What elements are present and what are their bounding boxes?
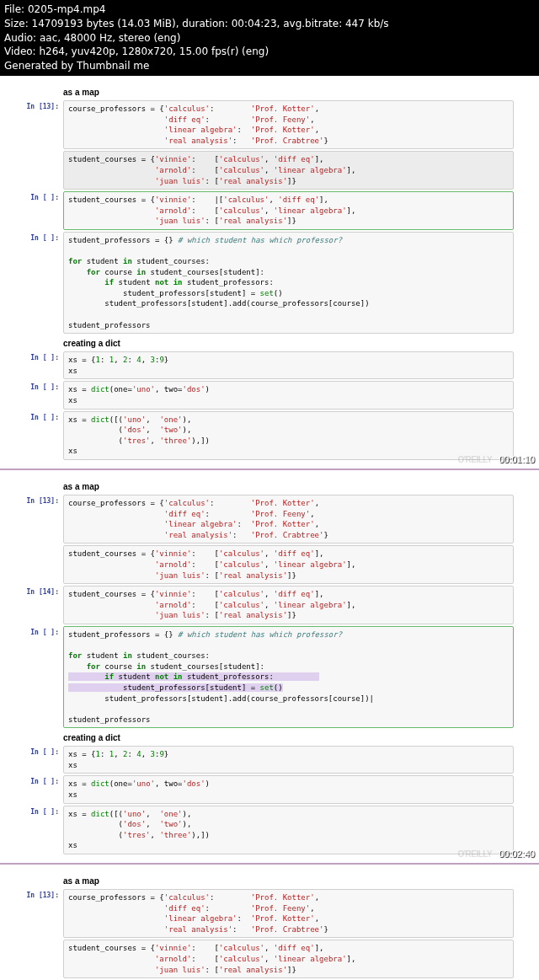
prompt: In [ ]:	[25, 411, 63, 460]
video-line: Video: h264, yuv420p, 1280x720, 15.00 fp…	[4, 45, 535, 59]
code-cell[interactable]: In [13]: course_professors = {'calculus'…	[25, 889, 514, 938]
watermark: O'REILLY00:01:10	[457, 454, 535, 464]
thumbnail-frame-1: as a map In [13]: course_professors = {'…	[0, 76, 539, 470]
prompt: In [ ]:	[25, 775, 63, 803]
size-line: Size: 14709193 bytes (14.03 MiB), durati…	[4, 17, 535, 31]
code-input[interactable]: course_professors = {'calculus': 'Prof. …	[63, 889, 514, 938]
code-input[interactable]: xs = {1: 1, 2: 4, 3:9} xs	[63, 746, 514, 774]
code-cell[interactable]: In [13]: course_professors = {'calculus'…	[25, 100, 514, 149]
timestamp: 00:02:40	[499, 849, 535, 859]
code-cell[interactable]: In [14]: student_courses = {'vinnie': ['…	[25, 586, 514, 624]
prompt: In [ ]:	[25, 626, 63, 728]
prompt: In [ ]:	[25, 351, 63, 379]
code-cell[interactable]: In [ ]: xs = {1: 1, 2: 4, 3:9} xs	[25, 746, 514, 774]
code-cell[interactable]: In [13]: course_professors = {'calculus'…	[25, 495, 514, 544]
file-line: File: 0205-mp4.mp4	[4, 3, 535, 17]
prompt: In [ ]:	[25, 746, 63, 774]
code-cell[interactable]: In [ ]: xs = dict(one='uno', two='dos') …	[25, 381, 514, 409]
code-input[interactable]: xs = dict([('uno', 'one'), ('dos', 'two'…	[63, 806, 514, 854]
prompt	[25, 151, 63, 190]
section-title: as a map	[63, 88, 539, 97]
prompt: In [13]:	[25, 100, 63, 149]
prompt	[25, 940, 63, 978]
code-cell[interactable]: In [ ]: student_professors = {} # which …	[25, 626, 514, 728]
code-cell[interactable]: student_courses = {'vinnie': ['calculus'…	[25, 151, 514, 190]
code-input[interactable]: course_professors = {'calculus': 'Prof. …	[63, 495, 514, 544]
prompt: In [14]:	[25, 586, 63, 624]
code-input[interactable]: student_courses = {'vinnie': ['calculus'…	[63, 545, 514, 584]
prompt: In [13]:	[25, 495, 63, 544]
thumbnail-frame-2: as a map In [13]: course_professors = {'…	[0, 470, 539, 865]
prompt: In [ ]:	[25, 806, 63, 854]
video-info-header: File: 0205-mp4.mp4 Size: 14709193 bytes …	[0, 0, 539, 76]
section-title: as a map	[63, 482, 539, 491]
code-input[interactable]: course_professors = {'calculus': 'Prof. …	[63, 100, 514, 149]
prompt	[25, 545, 63, 584]
code-cell[interactable]: student_courses = {'vinnie': ['calculus'…	[25, 940, 514, 978]
code-input[interactable]: xs = dict([('uno', 'one'), ('dos', 'two'…	[63, 411, 514, 460]
code-input[interactable]: student_courses = {'vinnie': |['calculus…	[63, 191, 514, 230]
timestamp: 00:01:10	[499, 454, 535, 464]
thumbnail-frame-3: as a map In [13]: course_professors = {'…	[0, 865, 539, 980]
gen-line: Generated by Thumbnail me	[4, 59, 535, 73]
watermark: O'REILLY00:02:40	[457, 849, 535, 859]
code-cell[interactable]: In [ ]: xs = {1: 1, 2: 4, 3:9} xs	[25, 351, 514, 379]
section-title: creating a dict	[63, 733, 539, 742]
prompt: In [ ]:	[25, 381, 63, 409]
prompt: In [ ]:	[25, 232, 63, 334]
code-input[interactable]: xs = {1: 1, 2: 4, 3:9} xs	[63, 351, 514, 379]
code-input[interactable]: student_professors = {} # which student …	[63, 626, 514, 728]
code-input[interactable]: xs = dict(one='uno', two='dos') xs	[63, 381, 514, 409]
prompt: In [ ]:	[25, 191, 63, 230]
code-input[interactable]: student_courses = {'vinnie': ['calculus'…	[63, 940, 514, 978]
code-cell[interactable]: In [ ]: student_courses = {'vinnie': |['…	[25, 191, 514, 230]
code-cell[interactable]: In [ ]: xs = dict(one='uno', two='dos') …	[25, 775, 514, 803]
section-title: as a map	[63, 876, 539, 886]
section-title: creating a dict	[63, 339, 539, 348]
code-input[interactable]: student_courses = {'vinnie': ['calculus'…	[63, 586, 514, 624]
prompt: In [13]:	[25, 889, 63, 938]
code-cell[interactable]: In [ ]: xs = dict([('uno', 'one'), ('dos…	[25, 806, 514, 854]
code-input[interactable]: student_courses = {'vinnie': ['calculus'…	[63, 151, 514, 190]
code-input[interactable]: student_professors = {} # which student …	[63, 232, 514, 334]
code-cell[interactable]: In [ ]: student_professors = {} # which …	[25, 232, 514, 334]
audio-line: Audio: aac, 48000 Hz, stereo (eng)	[4, 31, 535, 46]
code-input[interactable]: xs = dict(one='uno', two='dos') xs	[63, 775, 514, 803]
code-cell[interactable]: student_courses = {'vinnie': ['calculus'…	[25, 545, 514, 584]
code-cell[interactable]: In [ ]: xs = dict([('uno', 'one'), ('dos…	[25, 411, 514, 460]
